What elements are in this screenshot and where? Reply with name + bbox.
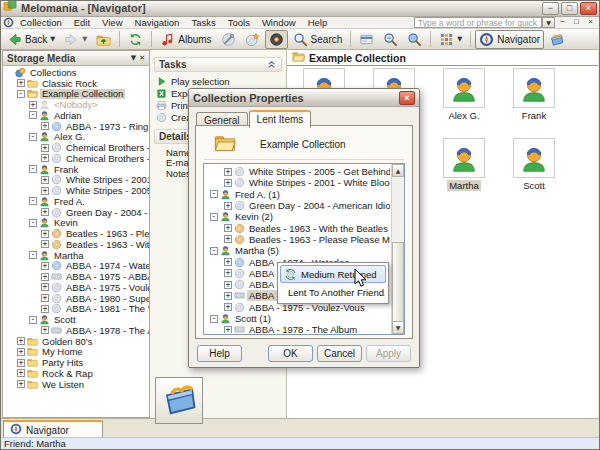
tree-item[interactable]: -Frank (3, 164, 149, 175)
tree-item[interactable]: +ABBA - 1981 - The Visitors (3, 304, 149, 315)
mdi-close-button[interactable]: × (584, 17, 597, 28)
toolbar-cd-star-button[interactable] (241, 30, 264, 49)
tree-toggle[interactable]: - (29, 316, 37, 324)
tree-toggle[interactable]: - (210, 315, 218, 323)
tree-item[interactable]: -Kevin (3, 218, 149, 229)
tree-toggle[interactable]: - (29, 251, 37, 259)
scroll-down-button[interactable]: ▼ (392, 321, 404, 334)
tree-item[interactable]: +Beatles - 1963 - Please Please Me (3, 228, 149, 239)
tree-item[interactable]: +ABBA - 1975 - ABBA (3, 271, 149, 282)
tree-toggle[interactable]: + (41, 154, 49, 162)
quick-search-input[interactable] (414, 17, 542, 28)
tree-item[interactable]: +Party Hits (3, 357, 149, 368)
dropdown-arrow-icon[interactable]: ▼ (82, 35, 87, 43)
tree-toggle[interactable]: + (41, 144, 49, 152)
tree-toggle[interactable]: + (224, 224, 232, 232)
tree-item[interactable]: +ABBA - 1980 - Super Trouper (3, 293, 149, 304)
tree-toggle[interactable]: + (17, 79, 25, 87)
toolbar-back-button[interactable]: Back▼ (3, 30, 59, 49)
quick-search-dropdown[interactable]: ▼ (542, 17, 555, 28)
tree-item[interactable]: +ABBA - 1978 - The Album (3, 325, 149, 336)
tree-item[interactable]: +<Nobody> (3, 99, 149, 110)
panel-dropdown-icon[interactable]: ▼ (131, 54, 136, 63)
tab-lent-items[interactable]: Lent Items (249, 110, 312, 128)
toolbar-folder-up-button[interactable] (92, 30, 115, 49)
toolbar-arrow-right-button[interactable]: ▼ (60, 30, 91, 49)
tree-toggle[interactable]: + (17, 348, 25, 356)
toolbar-basket-button[interactable] (545, 30, 568, 49)
tree-item[interactable]: +Classic Rock (3, 78, 149, 89)
tree-item[interactable]: +White Stripes - 2001 - White Blood Cell… (205, 177, 390, 188)
tree-toggle[interactable]: + (224, 292, 232, 300)
toolbar-cd-dark-button[interactable] (265, 30, 288, 49)
task-item[interactable]: Play selection (150, 75, 286, 87)
tree-toggle[interactable]: + (224, 258, 232, 266)
dropdown-arrow-icon[interactable]: ▼ (50, 35, 55, 43)
window-minimize-button[interactable]: − (542, 2, 559, 15)
tree-toggle[interactable]: + (224, 281, 232, 289)
tree-toggle[interactable]: - (29, 133, 37, 141)
menu-help[interactable]: Help (302, 17, 334, 28)
menu-tasks[interactable]: Tasks (185, 17, 221, 28)
tree-toggle[interactable]: + (41, 176, 49, 184)
context-menu-item[interactable]: Lent To Another Friend... (280, 283, 386, 301)
toolbar-navigator-button[interactable]: Navigator (475, 30, 544, 49)
tree-item[interactable]: -Alex G. (3, 132, 149, 143)
tree-item[interactable]: -Adrian (3, 110, 149, 121)
collapse-chevron-icon[interactable] (266, 58, 277, 71)
tree-item[interactable]: +We Listen (3, 379, 149, 390)
tree-toggle[interactable]: - (17, 90, 25, 98)
tree-item[interactable]: -Kevin (2) (205, 211, 390, 222)
tree-toggle[interactable]: - (210, 213, 218, 221)
tree-toggle[interactable]: + (29, 101, 37, 109)
friend-item[interactable] (443, 138, 485, 178)
tree-item[interactable]: +Rock & Rap (3, 368, 149, 379)
tree-toggle[interactable]: + (224, 303, 232, 311)
tree-toggle[interactable]: + (17, 380, 25, 388)
tree-toggle[interactable]: + (41, 240, 49, 248)
tree-toggle[interactable]: + (41, 305, 49, 313)
dropdown-arrow-icon[interactable]: ▼ (457, 35, 462, 43)
tree-toggle[interactable]: + (41, 326, 49, 334)
ok-button[interactable]: OK (268, 345, 313, 362)
tree-toggle[interactable]: + (224, 326, 232, 333)
tree-item[interactable]: +Beatles - 1963 - Please Please Me (205, 234, 390, 245)
tab-navigator[interactable]: Navigator (3, 420, 103, 438)
scroll-up-button[interactable]: ▲ (392, 164, 404, 177)
tree-toggle[interactable]: - (29, 111, 37, 119)
tree-item[interactable]: +Green Day - 2004 - American Idiot (205, 200, 390, 211)
tree-toggle[interactable]: + (41, 187, 49, 195)
tree-item[interactable]: -Martha (3, 250, 149, 261)
tree-item[interactable]: +Golden 80's (3, 336, 149, 347)
tree-item[interactable]: +My Home (3, 347, 149, 358)
tree-toggle[interactable]: + (41, 273, 49, 281)
tree-toggle[interactable]: + (41, 122, 49, 130)
tree-item[interactable]: -Scott (1) (205, 313, 390, 324)
tree-toggle[interactable]: + (224, 179, 232, 187)
tree-toggle[interactable]: + (41, 208, 49, 216)
tree-toggle[interactable]: + (17, 337, 25, 345)
menu-navigation[interactable]: Navigation (129, 17, 186, 28)
tree-toggle[interactable]: + (17, 359, 25, 367)
window-close-button[interactable]: × (580, 2, 597, 15)
tree-item[interactable]: +ABBA - 1978 - The Album (205, 324, 390, 333)
basket-tile[interactable] (155, 377, 203, 424)
toolbar-albums-button[interactable]: Albums (156, 30, 215, 49)
tree-item[interactable]: +Green Day - 2004 - American Idiot (3, 207, 149, 218)
tree-toggle[interactable]: + (41, 262, 49, 270)
friend-item[interactable] (513, 68, 555, 108)
tree-toggle[interactable]: + (41, 283, 49, 291)
menu-collection[interactable]: Collection (14, 17, 68, 28)
scrollbar-thumb[interactable] (392, 242, 404, 322)
tree-toggle[interactable]: - (29, 219, 37, 227)
toolbar-refresh-button[interactable] (124, 30, 147, 49)
tree-item[interactable]: -Example Collection (3, 89, 149, 100)
cancel-button[interactable]: Cancel (317, 345, 362, 362)
tree-item[interactable]: +White Stripes - 2005 - Get Behind Me Sa… (205, 166, 390, 177)
help-button[interactable]: Help (197, 345, 242, 362)
tree-toggle[interactable]: + (41, 230, 49, 238)
panel-close-icon[interactable]: ✕ (139, 54, 145, 63)
tree-item[interactable]: +Chemical Brothers - 2002 - Come wi (3, 153, 149, 164)
tree-item[interactable]: Collections (3, 67, 149, 78)
tree-item[interactable]: +White Stripes - 2001 - White Blood C (3, 175, 149, 186)
